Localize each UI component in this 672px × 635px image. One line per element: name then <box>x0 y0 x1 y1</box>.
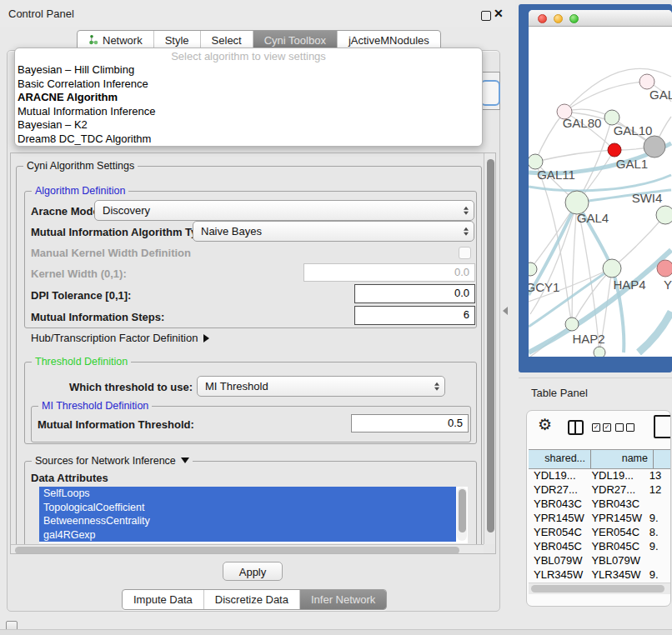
network-canvas[interactable]: GALGAL80GAL10GAL1GAL11SWI4GAL4GCY1HAP4YH… <box>529 27 672 357</box>
float-panel-icon[interactable] <box>481 11 491 21</box>
mi-steps-field[interactable]: 6 <box>354 306 475 325</box>
column-header[interactable]: shared... <box>529 450 591 468</box>
group-title: MI Threshold Definition <box>38 400 152 412</box>
dropdown-item[interactable]: Bayesian – K2 <box>15 118 482 132</box>
mi-type-combo[interactable]: Naive Bayes <box>193 221 474 242</box>
table-horizontal-scrollbar[interactable] <box>529 582 671 594</box>
vertical-scrollbar[interactable] <box>484 153 496 544</box>
list-scrollbar[interactable] <box>457 488 467 541</box>
network-window-titlebar[interactable] <box>529 10 672 27</box>
network-node[interactable] <box>656 206 672 224</box>
close-traffic-light-icon[interactable] <box>538 14 547 23</box>
table-row[interactable]: YBR045CYBR045C9. <box>529 539 671 553</box>
export-table-icon[interactable] <box>654 415 671 438</box>
table-cell: YLR345W <box>529 568 586 582</box>
hub-definition-toggle[interactable]: Hub/Transcription Factor Definition <box>31 332 209 344</box>
column-header[interactable]: name <box>591 450 654 468</box>
column-header[interactable] <box>654 450 671 468</box>
table-row[interactable]: YLR345WYLR345W9. <box>529 568 671 582</box>
node-label: HAP2 <box>572 332 604 346</box>
table-cell: YDR27... <box>529 482 586 497</box>
dropdown-item[interactable]: Dream8 DC_TDC Algorithm <box>15 132 482 147</box>
table-row[interactable]: YBL079WYBL079W <box>529 553 671 568</box>
tab-discretize-data[interactable]: Discretize Data <box>203 590 299 609</box>
tab-infer-network[interactable]: Infer Network <box>299 590 386 609</box>
network-node[interactable] <box>529 262 537 276</box>
close-icon[interactable]: ✕ <box>494 7 504 20</box>
dpi-tolerance-field[interactable]: 0.0 <box>354 284 475 303</box>
which-threshold-combo[interactable]: MI Threshold <box>197 376 445 397</box>
scrollbar-thumb[interactable] <box>487 159 494 532</box>
tab-label: Impute Data <box>133 593 193 606</box>
horizontal-scrollbar[interactable] <box>11 544 484 554</box>
sources-toggle[interactable]: Sources for Network Inference <box>32 455 193 467</box>
apply-button[interactable]: Apply <box>223 562 283 581</box>
deselect-all-icon[interactable] <box>615 423 634 432</box>
table-cell: 9. <box>644 568 671 582</box>
node-label: GAL80 <box>563 116 602 130</box>
attribute-item[interactable]: gal4RGexp <box>39 528 456 542</box>
column-browser-icon[interactable] <box>568 420 584 435</box>
table-cell: YDR27... <box>586 482 644 497</box>
mi-threshold-label: Mutual Information Threshold: <box>38 418 194 431</box>
dropdown-item[interactable]: Basic Correlation Inference <box>15 78 482 92</box>
network-node[interactable] <box>608 143 621 157</box>
kernel-width-field[interactable]: 0.0 <box>303 263 475 282</box>
table-cell: YER054C <box>529 525 586 539</box>
dpi-tolerance-label: DPI Tolerance [0,1]: <box>31 289 131 302</box>
node-label: Y <box>664 278 672 292</box>
dropdown-item[interactable]: Bayesian – Hill Climbing <box>15 63 482 78</box>
scrollbar-thumb[interactable] <box>459 489 466 532</box>
mi-type-value: Naive Bayes <box>201 222 262 241</box>
node-label: GAL <box>649 88 672 102</box>
table-row[interactable]: YDL19...YDL19...13 <box>529 468 671 482</box>
network-node[interactable] <box>603 259 621 278</box>
attribute-item[interactable]: SelfLoops <box>39 487 456 501</box>
table-cell: YBR043C <box>529 497 586 511</box>
gear-icon[interactable]: ⚙ <box>538 415 552 434</box>
tab-impute-data[interactable]: Impute Data <box>123 590 203 609</box>
node-label: GAL4 <box>577 211 609 225</box>
table-row[interactable]: YER054CYER054C8. <box>529 525 671 539</box>
zoom-traffic-light-icon[interactable] <box>569 14 579 23</box>
sources-title: Sources for Network Inference <box>35 455 176 467</box>
aracne-mode-combo[interactable]: Discovery <box>94 200 474 221</box>
group-title: Threshold Definition <box>32 356 131 368</box>
network-node[interactable] <box>594 347 605 357</box>
data-attributes-label: Data Attributes <box>31 472 108 484</box>
minimize-traffic-light-icon[interactable] <box>554 14 563 23</box>
manual-kernel-label: Manual Kernel Width Definition <box>31 247 191 259</box>
network-node[interactable] <box>657 260 672 277</box>
mi-type-label: Mutual Information Algorithm Type: <box>31 226 213 238</box>
dropdown-item[interactable]: Mutual Information Inference <box>15 105 482 119</box>
table-cell <box>644 553 671 568</box>
network-window: GALGAL80GAL10GAL1GAL11SWI4GAL4GCY1HAP4YH… <box>529 10 672 357</box>
table-row[interactable]: YBR043CYBR043C <box>529 497 671 511</box>
select-all-icon[interactable]: ✓✓ <box>592 423 611 432</box>
tab-label: Network <box>103 34 143 47</box>
table-cell: 13 <box>644 468 671 482</box>
table-cell: YDL19... <box>529 468 586 482</box>
table-row[interactable]: YDR27...YDR27...12 <box>529 482 671 497</box>
scrollbar-thumb[interactable] <box>531 585 664 592</box>
network-node[interactable] <box>565 318 579 331</box>
tab-label: jActiveMNodules <box>349 34 429 47</box>
network-node[interactable] <box>644 136 665 158</box>
network-view-frame: GALGAL80GAL10GAL1GAL11SWI4GAL4GCY1HAP4YH… <box>519 4 672 372</box>
mi-threshold-field[interactable]: 0.5 <box>351 414 469 432</box>
scrollbar-thumb[interactable] <box>15 547 459 554</box>
tab-label: Select <box>212 34 242 47</box>
stepper-icon <box>464 227 469 236</box>
group-title: Algorithm Definition <box>32 185 128 197</box>
dropdown-item[interactable]: ARACNE Algorithm <box>15 91 482 105</box>
network-edge <box>530 202 577 269</box>
node-table-card: ⚙ ✓✓ shared...name YDL19...YDL19...13YDR… <box>526 410 671 607</box>
node-label: GAL11 <box>537 168 575 182</box>
network-edge <box>535 150 614 162</box>
manual-kernel-checkbox[interactable] <box>459 247 471 259</box>
attribute-item[interactable]: BetweennessCentrality <box>39 514 456 528</box>
split-pane-collapse-icon[interactable] <box>503 307 508 315</box>
table-row[interactable]: YPR145WYPR145W9. <box>529 511 671 525</box>
table-cell: 8. <box>644 525 671 539</box>
attribute-item[interactable]: TopologicalCoefficient <box>39 501 456 515</box>
